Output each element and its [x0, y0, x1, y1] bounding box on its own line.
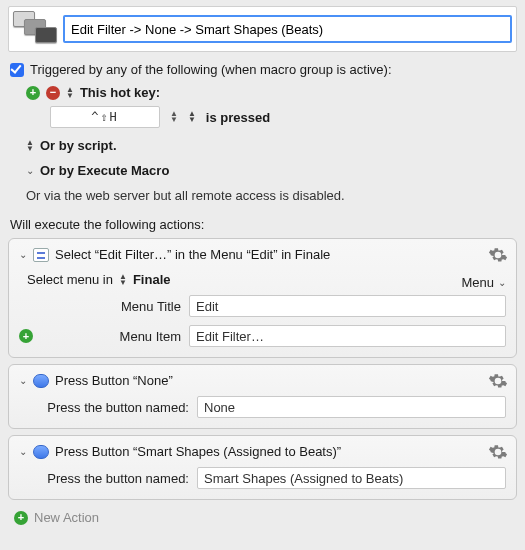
menu-item-input[interactable]: Edit Filter… [189, 325, 506, 347]
webserver-note: Or via the web server but all remote acc… [26, 188, 517, 203]
add-action-button[interactable]: + [14, 511, 28, 525]
add-trigger-button[interactable]: + [26, 86, 40, 100]
or-by-script-label: Or by script. [40, 138, 117, 153]
chevron-down-icon: ⌄ [498, 277, 506, 288]
new-action-row[interactable]: + New Action [8, 510, 517, 525]
menu-item-label: Menu Item [41, 329, 181, 344]
disclosure-icon[interactable]: ⌄ [19, 249, 27, 260]
hotkey-input[interactable]: ^⇧H [50, 106, 160, 128]
trigger-heading-label: Triggered by any of the following (when … [30, 62, 392, 77]
macro-icon [13, 11, 57, 47]
hotkey-condition-label: is pressed [206, 110, 270, 125]
button-name-input[interactable]: Smart Shapes (Assigned to Beats) [197, 467, 506, 489]
button-action-icon [33, 374, 49, 388]
action-title: Select “Edit Filter…” in the Menu “Edit”… [55, 247, 330, 262]
action-title: Press Button “None” [55, 373, 173, 388]
menu-title-label: Menu Title [41, 299, 181, 314]
chevron-down-icon[interactable]: ⌄ [26, 165, 34, 176]
hotkey-condition-stepper[interactable]: ▲▼ [188, 111, 196, 123]
hotkey-label: This hot key: [80, 85, 160, 100]
action-press-button-smart-shapes[interactable]: ⌄ Press Button “Smart Shapes (Assigned t… [8, 435, 517, 500]
trigger-heading-row: Triggered by any of the following (when … [8, 62, 517, 77]
app-picker-stepper[interactable]: ▲▼ [119, 274, 127, 286]
gear-icon[interactable] [488, 442, 508, 465]
button-name-input[interactable]: None [197, 396, 506, 418]
app-name: Finale [133, 272, 171, 287]
gear-icon[interactable] [488, 245, 508, 268]
execute-heading: Will execute the following actions: [8, 217, 517, 232]
menu-action-icon [33, 248, 49, 262]
add-menu-item-button[interactable]: + [19, 329, 33, 343]
disclosure-icon[interactable]: ⌄ [19, 375, 27, 386]
action-press-button-none[interactable]: ⌄ Press Button “None” Press the button n… [8, 364, 517, 429]
or-script-stepper[interactable]: ▲▼ [26, 140, 34, 152]
button-named-label: Press the button named: [19, 400, 189, 415]
menu-popup-label: Menu [461, 275, 494, 290]
menu-title-input[interactable]: Edit [189, 295, 506, 317]
macro-name-input[interactable] [63, 15, 512, 43]
trigger-enabled-checkbox[interactable] [10, 63, 24, 77]
remove-trigger-button[interactable]: − [46, 86, 60, 100]
action-select-menu-item[interactable]: ⌄ Select “Edit Filter…” in the Menu “Edi… [8, 238, 517, 358]
macro-title-row [8, 6, 517, 52]
action-title: Press Button “Smart Shapes (Assigned to … [55, 444, 341, 459]
select-menu-in-label: Select menu in [27, 272, 113, 287]
button-named-label: Press the button named: [19, 471, 189, 486]
trigger-type-stepper[interactable]: ▲▼ [66, 87, 74, 99]
button-action-icon [33, 445, 49, 459]
or-by-execute-macro-label: Or by Execute Macro [40, 163, 169, 178]
hotkey-summary-row: + − ▲▼ This hot key: [26, 85, 517, 100]
gear-icon[interactable] [488, 371, 508, 394]
menu-popup[interactable]: Menu ⌄ [461, 275, 506, 290]
disclosure-icon[interactable]: ⌄ [19, 446, 27, 457]
new-action-label: New Action [34, 510, 99, 525]
hotkey-caret-icon[interactable]: ▲▼ [170, 111, 178, 123]
